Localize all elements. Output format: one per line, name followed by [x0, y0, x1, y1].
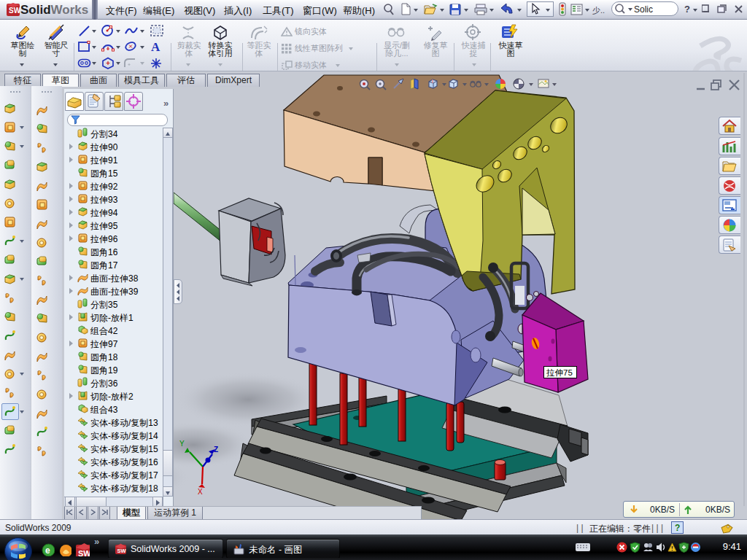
svg-text:SW: SW: [117, 548, 127, 554]
svg-text:Y: Y: [179, 440, 185, 448]
svg-text:拉伸75: 拉伸75: [546, 368, 573, 377]
svg-text:Z: Z: [214, 446, 218, 454]
svg-text:X: X: [198, 488, 203, 496]
svg-text:SW: SW: [78, 549, 90, 556]
svg-text:e: e: [45, 545, 50, 556]
svg-text:A: A: [151, 40, 160, 53]
svg-text:SW: SW: [9, 7, 21, 15]
